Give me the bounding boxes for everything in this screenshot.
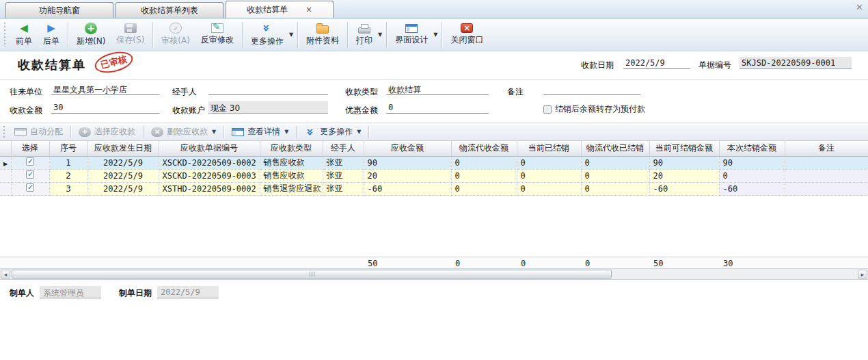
main-toolbar: 前单后单新增(N)保存(S)审核(A)反审修改更多操作▼附件资料打印▼界面设计▼… [0, 18, 868, 51]
more-operations-button[interactable]: 更多操作 [245, 21, 289, 49]
close-window-button[interactable]: 关闭窗口 [445, 22, 489, 47]
row-checkbox[interactable] [26, 157, 34, 166]
tab-nav-window[interactable]: 功能导航窗 [5, 2, 113, 18]
table-cell: 2022/5/9 [87, 169, 159, 182]
close-window-label: 关闭窗口 [450, 34, 483, 46]
select-receivable-icon [79, 127, 91, 137]
receipt-date-field[interactable]: 2022/5/9 [623, 57, 690, 69]
form-area: 往来单位 星星文具第一小学店 经手人 收款类型 收款结算 备注 收款金额 30 … [0, 80, 868, 123]
table-cell: 0 [581, 156, 649, 169]
amount-label: 收款金额 [10, 105, 42, 116]
grid-toolbar-separator [296, 126, 297, 138]
attachments-button[interactable]: 附件资料 [301, 22, 344, 48]
view-details-button[interactable]: 查看详情▼ [226, 125, 294, 139]
table-cell: 20 [649, 169, 719, 182]
grid-empty-area [0, 196, 868, 257]
design-icon [405, 24, 418, 33]
remark-field[interactable] [543, 83, 640, 95]
add-new-label: 新增(N) [77, 36, 105, 47]
tab-settlement-form[interactable]: 收款结算单× [226, 1, 334, 18]
row-checkbox[interactable] [26, 170, 34, 179]
column-header[interactable]: 应收款类型 [260, 141, 323, 156]
toolbar-separator [242, 22, 243, 48]
print-icon [358, 27, 370, 34]
receipt-date-label: 收款日期 [581, 60, 614, 71]
auto-assign-button[interactable]: 自动分配 [9, 125, 68, 139]
toolbar-separator [297, 22, 298, 48]
next-doc-button[interactable]: 后单 [38, 21, 65, 49]
print-dropdown-icon[interactable]: ▼ [378, 31, 382, 38]
table-row[interactable]: ▶12022/5/9XSCKD-20220509-0002销售应收款张亚9000… [0, 156, 868, 169]
table-cell: 0 [517, 156, 581, 169]
column-header[interactable]: 备注 [785, 141, 868, 156]
auto-assign-icon [14, 128, 27, 136]
amount-field[interactable]: 30 [51, 101, 159, 114]
column-header[interactable]: 经手人 [323, 141, 364, 156]
toolbar-grip [4, 23, 6, 47]
column-header[interactable]: 当前已结销 [517, 141, 581, 156]
table-row[interactable]: 32022/5/9XSTHD-20220509-0002销售退货应退款张亚-60… [0, 182, 868, 195]
company-field[interactable]: 星星文具第一小学店 [51, 83, 159, 95]
print-button[interactable]: 打印 [351, 22, 378, 48]
handler-field[interactable] [208, 83, 328, 95]
more-actions-button[interactable]: 更多操作▼ [299, 125, 366, 140]
delete-receivable-icon [151, 127, 163, 137]
prev-doc-button[interactable]: 前单 [10, 21, 38, 49]
column-header[interactable]: 本次结销金额 [719, 141, 785, 156]
row-select-cell [11, 169, 49, 182]
select-receivables-button[interactable]: 选择应收款 [73, 125, 141, 139]
column-header[interactable]: 选择 [11, 141, 49, 156]
ui-design-button[interactable]: 界面设计 [390, 23, 433, 47]
summary-value: 50 [368, 259, 377, 268]
summary-row: 500005030 [0, 257, 868, 269]
pay-type-field[interactable]: 收款结算 [386, 83, 489, 95]
horizontal-scrollbar[interactable]: ◂ ▸ [0, 269, 868, 280]
tab-close-icon[interactable]: × [306, 5, 312, 14]
more-actions-dropdown-icon[interactable]: ▼ [357, 129, 361, 135]
grid-toolbar-separator [223, 126, 224, 138]
table-cell: 销售退货应退款 [260, 182, 323, 195]
delete-receivables-label: 删除应收款 [167, 126, 208, 138]
add-new-button[interactable]: 新增(N) [71, 21, 111, 49]
add-icon [85, 23, 97, 34]
column-header[interactable]: 应收款单据编号 [159, 141, 260, 156]
row-marker-cell [0, 169, 11, 182]
tab-bar: 功能导航窗收款结算单列表收款结算单×✕ [0, 0, 868, 18]
ui-design-dropdown-icon[interactable]: ▼ [433, 31, 437, 38]
column-header[interactable]: 当前可结销金额 [649, 141, 719, 156]
pay-type-label: 收款类型 [345, 86, 378, 98]
handler-label: 经手人 [172, 86, 197, 98]
delete-receivables-dropdown-icon[interactable]: ▼ [212, 129, 216, 135]
scrollbar-thumb[interactable] [12, 270, 612, 279]
scroll-right-icon[interactable]: ▸ [858, 270, 867, 279]
row-checkbox[interactable] [26, 183, 34, 192]
summary-value: 50 [653, 259, 663, 268]
column-header[interactable]: 物流代收金额 [451, 141, 517, 156]
table-cell: 0 [581, 182, 649, 195]
column-header[interactable]: 物流代收已结销 [581, 141, 649, 156]
table-cell: XSCKD-20220509-0003 [159, 169, 260, 182]
table-cell [785, 156, 868, 169]
column-header[interactable]: 应收款发生日期 [87, 141, 159, 156]
close-icon [461, 23, 473, 33]
more-operations-dropdown-icon[interactable]: ▼ [289, 31, 293, 38]
scroll-left-icon[interactable]: ◂ [1, 270, 10, 279]
discount-field[interactable]: 0 [386, 101, 489, 114]
audit-button[interactable]: 审核(A) [156, 21, 195, 48]
grid-marker-header [0, 141, 11, 156]
save-icon [124, 23, 137, 33]
tab-settlement-list[interactable]: 收款结算单列表 [116, 2, 223, 18]
row-marker-cell: ▶ [0, 156, 11, 169]
prev-doc-label: 前单 [16, 36, 32, 47]
view-details-dropdown-icon[interactable]: ▼ [284, 129, 288, 135]
balance-to-prepay-checkbox[interactable] [543, 105, 552, 114]
table-row[interactable]: 22022/5/9XSCKD-20220509-0003销售应收款张亚20000… [0, 169, 868, 182]
unaudit-edit-button[interactable]: 反审修改 [195, 22, 239, 47]
save-button[interactable]: 保存(S) [111, 22, 150, 47]
window-close-icon[interactable]: ✕ [856, 2, 863, 12]
balance-to-prepay-label: 结销后余额转存为预付款 [555, 103, 645, 115]
delete-receivables-button[interactable]: 删除应收款▼ [146, 125, 221, 139]
column-header[interactable]: 序号 [49, 141, 87, 156]
column-header[interactable]: 应收金额 [364, 141, 451, 156]
creator-field: 系统管理员 [40, 286, 101, 298]
